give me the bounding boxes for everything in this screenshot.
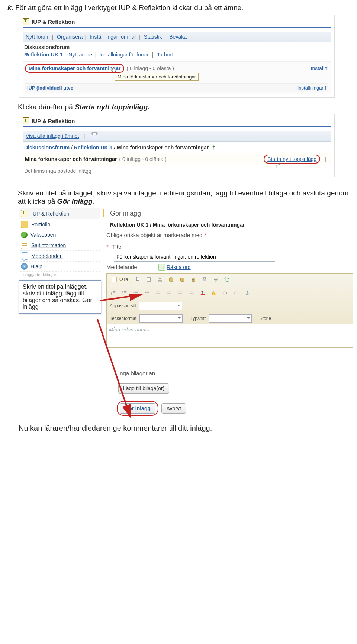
forum-tabort[interactable]: Ta bort [157,52,173,58]
orange-separator [103,209,104,217]
forum-nytt-amne[interactable]: Nytt ämne [68,52,92,58]
svg-point-17 [122,291,123,292]
divider-line-2 [23,126,331,127]
sidebar-label-1: Portfolio [31,221,50,227]
anchor-btn[interactable] [243,288,252,297]
submit-row: Gör inlägg Avbryt [117,401,353,416]
anpassad-select[interactable] [139,302,182,310]
forum-installningar[interactable]: Inställningar för forum [99,52,149,58]
topic-link[interactable]: Mina förkunskaper och förväntningar [29,65,120,71]
forum-name-link[interactable]: Reflektion UK 1 [24,52,62,58]
rakna-ord-link[interactable]: Räkna ord [158,264,191,271]
align-right-btn[interactable] [176,288,185,297]
menu-installningar-mall[interactable]: Inställningar för mall [90,34,136,40]
spellcheck-btn[interactable]: ABC [211,275,220,284]
cursor-hand-icon-2 [276,163,282,169]
align-left-btn[interactable] [154,288,163,297]
undo-btn[interactable] [222,275,231,284]
svg-rect-2 [147,277,150,281]
sidebar-item-hjalp[interactable]: Hjälp [19,262,100,272]
bc-sub[interactable]: Reflektion UK 1 [74,145,112,151]
svg-text:ABC: ABC [214,277,218,280]
add-attachment-button[interactable]: Lägg till bilaga(or) [118,383,169,394]
tool-title-2-text: IUP & Reflektion [32,118,75,124]
menu-nytt-forum[interactable]: Nytt forum [26,34,50,40]
pie-icon [21,232,28,238]
menu-bevaka[interactable]: Bevaka [169,34,187,40]
divider-line [23,27,331,28]
intro-line: k. För att göra ett inlägg i verktyget I… [7,4,350,12]
arrow-up-icon[interactable]: ⇡ [212,145,216,151]
bc-forum[interactable]: Diskussionsforum [24,145,70,151]
forum-line: Reflektion UK 1 Nytt ämne| Inställningar… [24,52,331,58]
link-btn[interactable] [221,288,229,297]
menu-statistik[interactable]: Statistik [144,34,162,40]
tool-menu: Nytt forum| Organisera| Inställningar fö… [23,32,331,42]
mandatory-text: Obligatoriska objekt är markerade med [106,232,204,238]
cutoff-right: Inställningar f [298,85,326,91]
side-nav: IUP & Reflektion Portfolio Valwebben Saj… [19,208,100,415]
rakna-text: Räkna ord [167,264,191,270]
outdent-btn[interactable] [131,288,140,297]
menu-organisera[interactable]: Organisera [57,34,83,40]
page-heading: Gör inlägg [103,208,353,219]
main-content: Gör inlägg Reflektion UK 1 / Mina förkun… [100,208,353,415]
bubble-icon [21,252,28,260]
topic-right-cut[interactable]: Inställni [311,65,328,71]
highlight-oval-2: Starta nytt toppinlägg [264,155,320,164]
form-row-title: * Titel [106,243,353,250]
sidebar-label-3: Sajtinformation [31,242,66,248]
sidebar-label-4: Meddelanden [31,253,63,259]
anpassad-label: Anpassad stil [109,303,137,308]
cutoff-row: IUP (Individuell utve Inställningar f [25,83,328,92]
footer-line: Nu kan läraren/handledaren ge kommentare… [19,424,350,433]
sidebar-item-meddelanden[interactable]: Meddelanden [19,251,100,262]
intro-text: För att göra ett inlägg i verktyget IUP … [13,4,244,12]
submit-button[interactable]: Gör inlägg [120,403,155,414]
title-input[interactable] [114,252,275,262]
textcolor-btn[interactable]: T [198,288,207,297]
source-button[interactable]: Källa [109,276,131,283]
print-btn[interactable] [200,275,209,284]
sidebar-item-valwebben[interactable]: Valwebben [19,230,100,240]
tool-icon [23,18,29,25]
sidebar-item-sajtinfo[interactable]: Sajtinformation [19,240,100,251]
align-just-btn[interactable] [187,288,196,297]
unlink-btn[interactable] [232,288,241,297]
new-btn[interactable] [144,275,153,284]
tecken-select[interactable] [139,314,183,323]
paste-word-btn[interactable]: W [189,275,198,284]
svg-rect-22 [212,294,216,295]
indent-btn[interactable] [142,288,151,297]
align-center-btn[interactable] [165,288,174,297]
typsnitt-select[interactable] [209,314,252,323]
path-pre: Reflektion UK 1 [110,222,148,228]
typsnitt-label: Typsnitt [190,316,206,321]
print-icon[interactable] [91,133,98,139]
row-title: Mina förkunskaper och förväntningar [25,156,117,162]
list-bul-btn[interactable] [120,288,129,297]
copy-btn[interactable] [133,275,142,284]
asterisk-icon-2: * [106,243,109,250]
path-line: Reflektion UK 1 / Mina förkunskaper och … [106,222,353,228]
visa-alla-link[interactable]: Visa alla inlägg i ämnet [26,133,79,139]
cancel-button[interactable]: Avbryt [161,403,186,414]
starta-nytt-link[interactable]: Starta nytt toppinlägg [267,156,316,162]
svg-text:3: 3 [111,293,112,295]
editor-area[interactable]: Mina erfarenheter..... [106,324,353,348]
list-num-btn[interactable]: 123 [109,288,118,297]
paste-btn[interactable] [167,275,176,284]
svg-rect-12 [203,277,205,279]
screenshot-1: IUP & Reflektion Nytt forum| Organisera|… [19,15,335,98]
sidebar-item-portfolio[interactable]: Portfolio [19,219,100,230]
svg-text:T: T [181,278,183,281]
topic-block: Mina förkunskaper och förväntningar ( 0 … [23,61,331,94]
svg-point-3 [158,280,159,282]
sidebar-item-iup[interactable]: IUP & Reflektion [19,208,100,219]
bgcolor-btn[interactable] [209,288,218,297]
paste-text-btn[interactable]: T [178,275,187,284]
callout-box: Skriv en titel på inlägget, skriv ditt i… [19,280,101,314]
instruction-1-bold: Starta nytt toppinlägg. [75,103,150,111]
cut-btn[interactable] [155,275,164,284]
asterisk-icon: * [204,232,206,238]
